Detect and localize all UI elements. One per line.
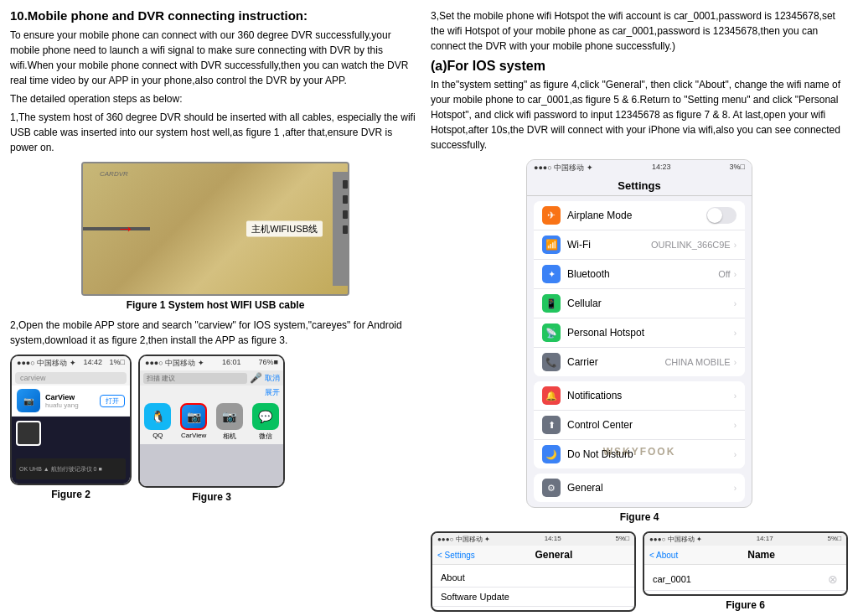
camera-app: 📷 相机	[216, 403, 243, 441]
carview-grid-icon: 📷	[180, 403, 207, 430]
wifi-label: Wi-Fi	[567, 239, 651, 251]
name-value: car_0001	[653, 574, 691, 584]
wechat-icon: 💬	[252, 403, 279, 430]
fig6-back[interactable]: < About	[649, 551, 678, 560]
fig3-topbar: 扫描 建议 🎤 取消	[140, 370, 283, 386]
control-center-label: Control Center	[567, 419, 734, 431]
open-button[interactable]: 打开	[100, 395, 125, 407]
dnd-icon: 🌙	[542, 445, 561, 463]
expand-btn[interactable]: 展开	[265, 387, 280, 398]
figure1-block: → 主机WIFIUSB线 CARDVR Figure 1 System host…	[10, 162, 421, 311]
mic-icon: 🎤	[250, 372, 262, 384]
dnd-chevron-icon: ›	[734, 450, 737, 459]
app-sub: huafu yang	[45, 401, 100, 409]
airplane-toggle[interactable]	[706, 207, 737, 224]
fig5-statusbar: ●●●○ 中国移动 ✦ 14:15 5%□	[432, 533, 634, 546]
left-column: 10.Mobile phone and DVR connecting instr…	[10, 8, 421, 616]
fig2-statusbar: ●●●○ 中国移动 ✦ 14:42 1%□	[12, 356, 130, 370]
carrier-value: CHINA MOBILE	[664, 357, 730, 367]
step2: 2,Open the mobile APP store and search "…	[10, 318, 421, 348]
carview-app-item: 📷 CarView huafu yang 打开	[12, 386, 130, 417]
carview-grid-label: CarView	[181, 432, 206, 439]
figure6-block: ●●●○ 中国移动 ✦ 14:17 5%□ < About Name car_0…	[643, 531, 848, 616]
personal-hotspot-item[interactable]: 📡 Personal Hotspot ›	[534, 318, 745, 348]
fig6-content: car_0001 ⊗	[644, 565, 846, 594]
general-chevron-icon: ›	[734, 484, 737, 493]
wifi-item[interactable]: 📶 Wi-Fi OURLINK_366C9E ›	[534, 230, 745, 260]
fig6-navrow: < About Name	[644, 546, 846, 565]
cellular-label: Cellular	[567, 298, 734, 309]
dvr-device-image: → 主机WIFIUSB线 CARDVR	[81, 162, 349, 296]
fig4-statusbar: ●●●○ 中国移动 ✦ 14:23 3%□	[527, 160, 752, 176]
bluetooth-label: Bluetooth	[567, 268, 718, 280]
software-update-row[interactable]: Software Update	[432, 588, 634, 607]
camera-icon: 📷	[216, 403, 243, 430]
fig5-status-right: 5%□	[616, 535, 629, 544]
fig3-search-tabs: 扫描 建议	[143, 373, 247, 384]
figures-2-3: ●●●○ 中国移动 ✦ 14:42 1%□ carview 📷 CarView …	[10, 355, 421, 503]
fig3-phone: ●●●○ 中国移动 ✦ 16:01 76%■ 扫描 建议 🎤 取消 展开	[138, 355, 285, 488]
name-input-row[interactable]: car_0001 ⊗	[644, 568, 846, 591]
section-title: 10.Mobile phone and DVR connecting instr…	[10, 8, 421, 23]
general-item[interactable]: ⚙ General ›	[534, 474, 745, 502]
notifications-item[interactable]: 🔔 Notifications ›	[534, 381, 745, 411]
airplane-label: Airplane Mode	[567, 210, 706, 221]
fig3-expand-row: 展开	[140, 386, 283, 400]
general-label: General	[567, 482, 734, 494]
bluetooth-item[interactable]: ✦ Bluetooth Off ›	[534, 260, 745, 289]
qq-label: QQ	[152, 432, 163, 439]
general-icon: ⚙	[542, 479, 561, 497]
control-center-item[interactable]: ⬆ Control Center ›	[534, 411, 745, 440]
carview-app: 📷 CarView	[180, 403, 207, 441]
airplane-mode-item[interactable]: ✈ Airplane Mode	[534, 201, 745, 230]
fig2-status-left: ●●●○ 中国移动 ✦	[17, 358, 76, 369]
intro-p1: To ensure your mobile phone can connect …	[10, 28, 421, 88]
fig3-statusbar: ●●●○ 中国移动 ✦ 16:01 76%■	[140, 356, 283, 370]
control-center-chevron-icon: ›	[734, 421, 737, 430]
notifications-label: Notifications	[567, 390, 734, 401]
cellular-item[interactable]: 📱 Cellular ›	[534, 289, 745, 318]
carrier-item[interactable]: 📞 Carrier CHINA MOBILE ›	[534, 348, 745, 376]
notifications-chevron-icon: ›	[734, 391, 737, 401]
step1: 1,The system host of 360 degree DVR shou…	[10, 110, 421, 155]
fig5-back[interactable]: < Settings	[437, 551, 475, 560]
fig2-search[interactable]: carview	[15, 372, 127, 384]
fig6-statusbar: ●●●○ 中国移动 ✦ 14:17 5%□	[644, 533, 846, 546]
fig4-status-time: 14:23	[652, 163, 671, 173]
figure5-block: ●●●○ 中国移动 ✦ 14:15 5%□ < Settings General…	[431, 531, 636, 616]
fig4-status-left: ●●●○ 中国移动 ✦	[534, 163, 593, 173]
figure3-block: ●●●○ 中国移动 ✦ 16:01 76%■ 扫描 建议 🎤 取消 展开	[138, 355, 285, 503]
carrier-label: Carrier	[567, 356, 664, 368]
ios-section-title: (a)For IOS system	[431, 59, 848, 74]
cancel-label[interactable]: 取消	[265, 373, 280, 384]
about-row[interactable]: About	[432, 568, 634, 588]
fig3-app-grid: 🐧 QQ 📷 CarView 📷	[140, 400, 283, 444]
fig3-status-time: 16:01	[222, 358, 241, 369]
fig6-status-right: 5%□	[828, 535, 841, 544]
fig5-title: General	[478, 549, 629, 561]
clear-icon[interactable]: ⊗	[828, 572, 838, 586]
bluetooth-icon: ✦	[542, 265, 561, 283]
qq-icon: 🐧	[144, 403, 171, 430]
cellular-chevron-icon: ›	[734, 299, 737, 308]
fig4-group2: 🔔 Notifications › ⬆ Control Center ›	[534, 381, 745, 468]
right-column: 3,Set the mobile phone wifi Hotspot the …	[431, 8, 848, 616]
wechat-label: 微信	[259, 432, 272, 441]
dnd-item[interactable]: 🌙 Do Not Disturb ›	[534, 440, 745, 468]
app-info: CarView huafu yang	[45, 393, 100, 409]
carrier-chevron-icon: ›	[734, 358, 737, 367]
wifi-chevron-icon: ›	[734, 241, 737, 250]
fig5-phone: ●●●○ 中国移动 ✦ 14:15 5%□ < Settings General…	[431, 531, 636, 612]
fig3-status-left: ●●●○ 中国移动 ✦	[145, 358, 204, 369]
fig6-phone: ●●●○ 中国移动 ✦ 14:17 5%□ < About Name car_0…	[643, 531, 848, 596]
fig3-status-right: 76%■	[259, 358, 278, 369]
cellular-icon: 📱	[542, 294, 561, 313]
carrier-icon: 📞	[542, 353, 561, 371]
fig2-phone: ●●●○ 中国移动 ✦ 14:42 1%□ carview 📷 CarView …	[10, 355, 132, 485]
fig5-status-time: 14:15	[545, 535, 561, 544]
fig4-group1: ✈ Airplane Mode 📶 Wi-Fi OURLINK_366C9E ›	[534, 201, 745, 376]
fig3-caption: Figure 3	[138, 491, 285, 503]
bluetooth-value: Off	[718, 269, 730, 279]
right-intro: 3,Set the mobile phone wifi Hotspot the …	[431, 8, 848, 54]
camera-preview: OK UHB ▲ 航拍行驶记录仪 0 ■	[12, 417, 130, 484]
